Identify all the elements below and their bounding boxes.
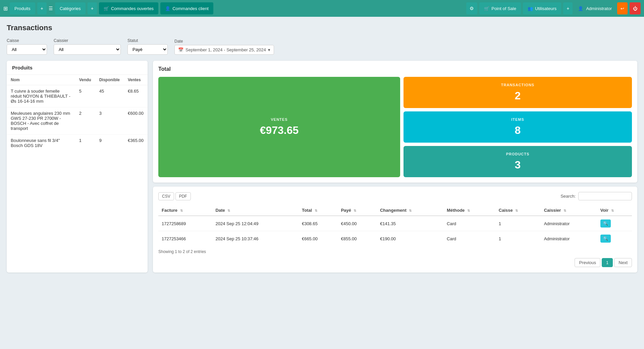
search-label: Search: bbox=[560, 194, 576, 199]
items-card: ITEMS 8 bbox=[404, 111, 632, 143]
cart-icon: 🛒 bbox=[104, 6, 109, 11]
date-filter-group: Date 📅 September 1, 2024 - September 25,… bbox=[174, 39, 274, 55]
product-ventes: €365.00 bbox=[124, 135, 148, 152]
product-row: T cuivre à souder femelle réduit NOYON &… bbox=[7, 85, 148, 107]
product-nom: Boulonneuse sans fil 3/4" Bosch GDS 18V bbox=[7, 135, 75, 152]
content-row: Produits Nom Vendu Disponible Ventes T c… bbox=[7, 61, 637, 272]
pdf-button[interactable]: PDF bbox=[175, 192, 191, 200]
products-label: PRODUCTS bbox=[506, 152, 530, 156]
transactions-value: 2 bbox=[515, 90, 521, 102]
admin-info: 👤 Administrator bbox=[575, 6, 615, 11]
transaction-voir: 🔍 bbox=[597, 216, 632, 231]
transaction-total: €308.65 bbox=[299, 216, 338, 231]
grid-icon: ⊞ bbox=[3, 5, 8, 12]
caissier-filter-group: Caissier All bbox=[54, 38, 121, 55]
page-1-button[interactable]: 1 bbox=[602, 258, 613, 267]
statut-select[interactable]: Payé Non payé bbox=[127, 44, 168, 55]
transactions-card: TRANSACTIONS 2 bbox=[404, 77, 632, 108]
products-panel-title: Produits bbox=[12, 65, 33, 70]
list-icon: ☰ bbox=[49, 6, 53, 11]
statut-filter-group: Statut Payé Non payé bbox=[127, 38, 168, 55]
previous-button[interactable]: Previous bbox=[575, 258, 600, 267]
items-label: ITEMS bbox=[511, 117, 524, 121]
th-date: Date ⇅ bbox=[212, 205, 299, 216]
page-title: Transactions bbox=[7, 23, 637, 32]
product-vendu: 2 bbox=[75, 107, 95, 135]
total-header: Total bbox=[158, 66, 632, 72]
product-row: Boulonneuse sans fil 3/4" Bosch GDS 18V … bbox=[7, 135, 148, 152]
add-button[interactable]: + bbox=[563, 2, 573, 14]
transaction-caissier: Administrator bbox=[541, 216, 597, 231]
caissier-label: Caissier bbox=[54, 38, 121, 43]
refresh-button[interactable]: ⏻ bbox=[630, 2, 641, 14]
calendar-icon: 📅 bbox=[178, 47, 183, 52]
th-facture: Facture ⇅ bbox=[158, 205, 212, 216]
produits-button[interactable]: Produits bbox=[10, 2, 35, 14]
refresh-icon: ⏻ bbox=[633, 6, 637, 11]
transaction-paye: €855.00 bbox=[337, 231, 377, 246]
showing-text: Showing 1 to 2 of 2 entries bbox=[158, 249, 632, 254]
search-input[interactable] bbox=[578, 192, 632, 200]
utilisateurs-button[interactable]: 👥 Utilisateurs bbox=[523, 2, 561, 14]
caissier-select[interactable]: All bbox=[54, 44, 121, 55]
table-section: CSV PDF Search: Facture ⇅ Date ⇅ Total ⇅ bbox=[153, 187, 637, 272]
view-button[interactable]: 🔍 bbox=[600, 219, 611, 228]
chevron-down-icon: ▾ bbox=[268, 47, 270, 52]
admin-name: Administrator bbox=[586, 6, 612, 11]
transaction-date: 2024 Sep 25 12:04:49 bbox=[212, 216, 299, 231]
main-content: Transactions Caisse All Caissier All Sta… bbox=[0, 17, 644, 279]
transaction-caissier: Administrator bbox=[541, 231, 597, 246]
statut-label: Statut bbox=[127, 38, 168, 43]
transaction-caisse: 1 bbox=[495, 231, 541, 246]
sort-icon-total: ⇅ bbox=[315, 209, 317, 212]
product-ventes: €600.00 bbox=[124, 107, 148, 135]
sort-icon-date: ⇅ bbox=[227, 209, 230, 212]
products-panel-header: Produits bbox=[7, 61, 148, 75]
add-categorie-button[interactable]: + bbox=[88, 2, 97, 14]
right-panel: Total VENTES €973.65 TRANSACTIONS 2 ITEM… bbox=[153, 61, 637, 272]
date-range-value: September 1, 2024 - September 25, 2024 bbox=[185, 47, 266, 52]
transaction-methode: Card bbox=[443, 231, 495, 246]
admin-avatar-icon: 👤 bbox=[578, 6, 583, 11]
pagination: Previous 1 Next bbox=[158, 258, 632, 267]
products-panel: Produits Nom Vendu Disponible Ventes T c… bbox=[7, 61, 148, 272]
transaction-methode: Card bbox=[443, 216, 495, 231]
person-icon: 👤 bbox=[165, 6, 170, 11]
sort-icon-changement: ⇅ bbox=[409, 209, 412, 212]
sort-icon-caissier: ⇅ bbox=[564, 209, 566, 212]
th-changement: Changement ⇅ bbox=[377, 205, 443, 216]
caisse-filter-group: Caisse All bbox=[7, 38, 47, 55]
categories-button[interactable]: Catégories bbox=[55, 2, 86, 14]
product-disponible: 45 bbox=[95, 85, 124, 107]
next-button[interactable]: Next bbox=[614, 258, 632, 267]
logout-button[interactable]: ↩ bbox=[617, 2, 628, 14]
transaction-facture: 1727253466 bbox=[158, 231, 212, 246]
product-disponible: 9 bbox=[95, 135, 124, 152]
settings-button[interactable]: ⚙ bbox=[466, 2, 477, 14]
transaction-caisse: 1 bbox=[495, 216, 541, 231]
col-nom: Nom bbox=[7, 75, 75, 85]
date-range-picker[interactable]: 📅 September 1, 2024 - September 25, 2024… bbox=[174, 45, 274, 55]
th-caisse: Caisse ⇅ bbox=[495, 205, 541, 216]
product-nom: Meuleuses angulaires 230 mm GWS 27-230 P… bbox=[7, 107, 75, 135]
product-row: Meuleuses angulaires 230 mm GWS 27-230 P… bbox=[7, 107, 148, 135]
logout-icon: ↩ bbox=[621, 6, 624, 11]
caisse-select[interactable]: All bbox=[7, 44, 47, 55]
commandes-client-button[interactable]: 👤 Commandes client bbox=[160, 2, 213, 14]
filter-bar: Caisse All Caissier All Statut Payé Non … bbox=[7, 38, 637, 55]
transaction-voir: 🔍 bbox=[597, 231, 632, 246]
commandes-ouvertes-button[interactable]: 🛒 Commandes ouvertes bbox=[99, 2, 158, 14]
transaction-row: 1727258689 2024 Sep 25 12:04:49 €308.65 … bbox=[158, 216, 632, 231]
top-navigation: ⊞ Produits + ☰ Catégories + 🛒 Commandes … bbox=[0, 0, 644, 17]
view-button[interactable]: 🔍 bbox=[600, 235, 611, 243]
point-of-sale-button[interactable]: 🛒 Point of Sale bbox=[479, 2, 521, 14]
product-vendu: 5 bbox=[75, 85, 95, 107]
add-produit-button[interactable]: + bbox=[37, 2, 47, 14]
items-value: 8 bbox=[515, 124, 521, 137]
sort-icon-voir: ⇅ bbox=[611, 209, 614, 212]
table-toolbar: CSV PDF Search: bbox=[158, 192, 632, 200]
csv-button[interactable]: CSV bbox=[158, 192, 174, 200]
col-disponible: Disponible bbox=[95, 75, 124, 85]
col-ventes: Ventes bbox=[124, 75, 148, 85]
products-table: Nom Vendu Disponible Ventes T cuivre à s… bbox=[7, 75, 148, 272]
